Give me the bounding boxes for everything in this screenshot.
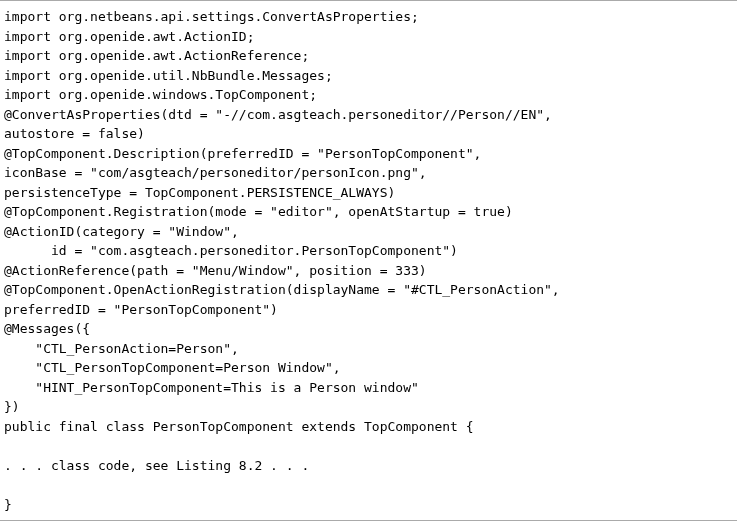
code-line: @TopComponent.Registration(mode = "edito… xyxy=(4,202,733,222)
code-line: @ConvertAsProperties(dtd = "-//com.asgte… xyxy=(4,105,733,125)
code-line: }) xyxy=(4,397,733,417)
code-listing: import org.netbeans.api.settings.Convert… xyxy=(0,0,737,521)
code-line: import org.openide.util.NbBundle.Message… xyxy=(4,66,733,86)
code-line: public final class PersonTopComponent ex… xyxy=(4,417,733,437)
code-line: autostore = false) xyxy=(4,124,733,144)
code-line: "CTL_PersonAction=Person", xyxy=(4,339,733,359)
code-line: persistenceType = TopComponent.PERSISTEN… xyxy=(4,183,733,203)
code-line: import org.netbeans.api.settings.Convert… xyxy=(4,7,733,27)
code-line: @ActionID(category = "Window", xyxy=(4,222,733,242)
code-line xyxy=(4,436,733,456)
code-line: "HINT_PersonTopComponent=This is a Perso… xyxy=(4,378,733,398)
code-line: . . . class code, see Listing 8.2 . . . xyxy=(4,456,733,476)
code-line: @ActionReference(path = "Menu/Window", p… xyxy=(4,261,733,281)
code-line: import org.openide.awt.ActionID; xyxy=(4,27,733,47)
code-line: import org.openide.awt.ActionReference; xyxy=(4,46,733,66)
code-line: } xyxy=(4,495,733,515)
code-line xyxy=(4,475,733,495)
code-line: @TopComponent.Description(preferredID = … xyxy=(4,144,733,164)
code-line: "CTL_PersonTopComponent=Person Window", xyxy=(4,358,733,378)
code-line: iconBase = "com/asgteach/personeditor/pe… xyxy=(4,163,733,183)
code-line: @Messages({ xyxy=(4,319,733,339)
code-line: preferredID = "PersonTopComponent") xyxy=(4,300,733,320)
code-line: @TopComponent.OpenActionRegistration(dis… xyxy=(4,280,733,300)
code-line: id = "com.asgteach.personeditor.PersonTo… xyxy=(4,241,733,261)
code-line: import org.openide.windows.TopComponent; xyxy=(4,85,733,105)
